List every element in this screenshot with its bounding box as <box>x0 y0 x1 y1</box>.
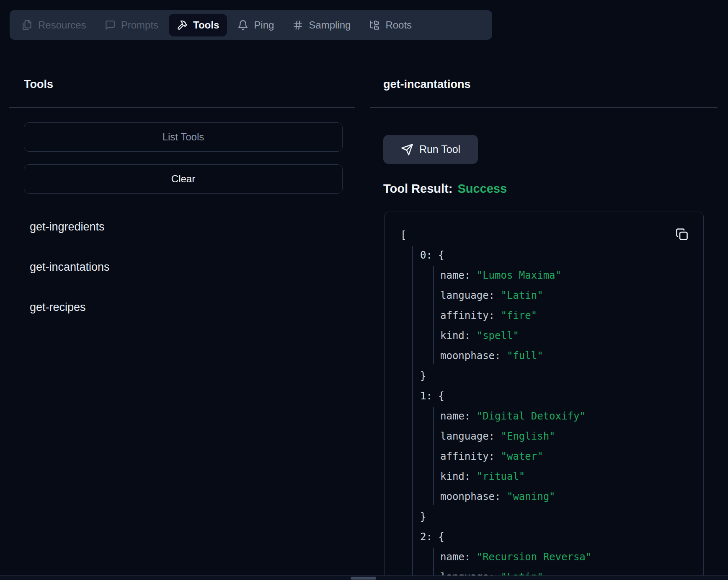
json-string-value: "Digital Detoxify" <box>477 410 586 422</box>
tab-label: Prompts <box>121 19 158 31</box>
hash-icon <box>292 20 303 31</box>
tab-sampling[interactable]: Sampling <box>284 14 359 36</box>
tab-label: Ping <box>254 19 274 31</box>
tab-prompts[interactable]: Prompts <box>97 14 166 36</box>
json-open-brace: { <box>432 390 444 402</box>
tab-label: Resources <box>38 19 86 31</box>
json-key: name: <box>440 410 477 422</box>
tab-ping[interactable]: Ping <box>230 14 282 36</box>
json-string-value: "ritual" <box>477 471 525 482</box>
json-string-value: "Latin" <box>501 290 543 301</box>
json-row: kind: "spell" <box>385 326 703 346</box>
json-indent-guide <box>433 407 434 505</box>
json-row: moonphase: "full" <box>385 346 703 366</box>
json-key: moonphase: <box>440 350 507 362</box>
json-string-value: "water" <box>501 451 543 462</box>
json-indent-guide <box>412 246 413 580</box>
right-panel-divider <box>370 107 718 108</box>
json-open-brace: { <box>432 249 444 261</box>
tab-label: Tools <box>193 19 219 31</box>
tool-list-item-get-incantations[interactable]: get-incantations <box>30 259 110 274</box>
run-tool-label: Run Tool <box>419 143 460 155</box>
tool-list-item-get-recipes[interactable]: get-recipes <box>30 300 86 315</box>
tool-result-json-box: [0: {name: "Lumos Maxima"language: "Lati… <box>384 212 704 580</box>
horizontal-scrollbar[interactable] <box>0 575 728 580</box>
json-row: [ <box>385 225 703 245</box>
json-row: affinity: "fire" <box>385 306 703 326</box>
json-string-value: "Lumos Maxima" <box>477 269 561 281</box>
json-string-value: "full" <box>507 350 543 362</box>
folder-tree-icon <box>369 20 380 31</box>
selected-tool-title: get-incantations <box>383 77 471 91</box>
json-row: 0: { <box>385 245 703 265</box>
json-punctuation: } <box>420 511 426 523</box>
json-index: 1: <box>420 390 432 402</box>
json-string-value: "English" <box>501 430 555 442</box>
json-row: 2: { <box>385 527 703 547</box>
tab-tools[interactable]: Tools <box>169 14 227 36</box>
json-key: affinity: <box>440 451 501 462</box>
json-string-value: "waning" <box>507 491 555 502</box>
json-row: kind: "ritual" <box>385 466 703 487</box>
json-key: name: <box>440 269 477 281</box>
json-indent-guide <box>433 266 434 364</box>
json-key: language: <box>440 430 501 442</box>
json-row: language: "Latin" <box>385 285 703 306</box>
tools-panel-title: Tools <box>24 77 53 91</box>
json-key: language: <box>440 290 501 301</box>
tab-bar: Resources Prompts Tools Ping Sampling Ro… <box>10 10 492 40</box>
json-row: name: "Digital Detoxify" <box>385 406 703 426</box>
status-badge: Success <box>457 182 507 195</box>
json-row: language: "English" <box>385 426 703 446</box>
tab-label: Sampling <box>309 19 351 31</box>
json-key: kind: <box>440 330 477 342</box>
json-string-value: "spell" <box>477 330 519 342</box>
tab-roots[interactable]: Roots <box>361 14 420 36</box>
json-index: 0: <box>420 249 432 261</box>
tool-result-label: Tool Result: <box>383 182 452 195</box>
run-tool-button[interactable]: Run Tool <box>383 135 478 164</box>
json-tree: [0: {name: "Lumos Maxima"language: "Lati… <box>385 212 703 580</box>
list-tools-button[interactable]: List Tools <box>24 122 343 152</box>
mcp-inspector-window: Resources Prompts Tools Ping Sampling Ro… <box>0 0 728 580</box>
json-key: affinity: <box>440 310 501 321</box>
copy-button[interactable] <box>676 228 688 241</box>
clear-button[interactable]: Clear <box>24 164 343 194</box>
tool-result-line: Tool Result:Success <box>383 181 507 196</box>
json-string-value: "fire" <box>501 310 537 321</box>
tab-label: Roots <box>385 19 412 31</box>
json-row: moonphase: "waning" <box>385 487 703 507</box>
json-key: moonphase: <box>440 491 507 502</box>
json-punctuation: } <box>420 370 426 382</box>
tool-list-item-get-ingredients[interactable]: get-ingredients <box>30 219 105 234</box>
json-string-value: "Recursion Reversa" <box>477 551 592 563</box>
json-open-brace: { <box>432 531 444 543</box>
copy-icon <box>676 228 688 241</box>
json-key: name: <box>440 551 477 563</box>
json-index: 2: <box>420 531 432 543</box>
json-punctuation: [ <box>400 229 406 241</box>
files-icon <box>22 20 33 31</box>
hammer-icon <box>177 20 188 31</box>
bell-icon <box>238 20 248 31</box>
horizontal-scrollbar-thumb[interactable] <box>351 577 376 580</box>
message-square-icon <box>105 20 116 31</box>
send-icon <box>401 143 413 156</box>
json-key: kind: <box>440 471 477 482</box>
json-row: } <box>385 507 703 527</box>
json-row: 1: { <box>385 386 703 406</box>
json-row: name: "Lumos Maxima" <box>385 265 703 285</box>
json-row: } <box>385 366 703 386</box>
left-panel-divider <box>9 107 355 108</box>
json-row: affinity: "water" <box>385 446 703 466</box>
json-row: name: "Recursion Reversa" <box>385 547 703 567</box>
tab-resources[interactable]: Resources <box>14 14 94 36</box>
